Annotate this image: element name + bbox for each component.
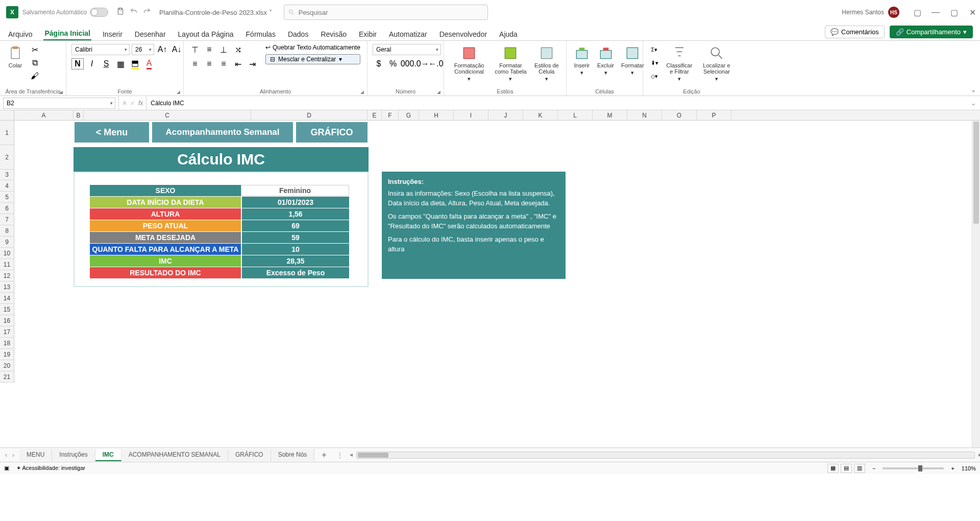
zoom-in-icon[interactable]: +: [951, 465, 954, 471]
avatar[interactable]: HS: [888, 7, 899, 18]
align-top-icon[interactable]: ⊤: [189, 44, 201, 55]
data-value[interactable]: 69: [241, 220, 349, 231]
format-painter-icon[interactable]: 🖌: [29, 70, 41, 82]
sheet-tab[interactable]: Instruções: [52, 449, 95, 461]
row-header[interactable]: 15: [0, 304, 14, 315]
align-right-icon[interactable]: ≡: [217, 58, 230, 69]
increase-decimal-icon[interactable]: .0→: [415, 58, 428, 69]
row-header[interactable]: 4: [0, 180, 14, 192]
cut-icon[interactable]: ✂: [29, 44, 41, 55]
column-header[interactable]: K: [523, 110, 558, 120]
tab-help[interactable]: Ajuda: [498, 28, 519, 40]
save-icon[interactable]: [116, 7, 125, 17]
add-sheet-button[interactable]: +: [314, 451, 333, 460]
tab-view[interactable]: Exibir: [358, 28, 378, 40]
minimize-icon[interactable]: —: [931, 8, 940, 17]
close-icon[interactable]: ✕: [968, 8, 977, 17]
merge-center-button[interactable]: ⊟Mesclar e Centralizar ▾: [265, 54, 360, 64]
sheet-tab-options-icon[interactable]: ⋮: [334, 452, 346, 459]
enter-formula-icon[interactable]: ✓: [130, 100, 135, 107]
horizontal-scrollbar[interactable]: ◂ ▸: [356, 452, 975, 459]
macro-record-icon[interactable]: ▣: [4, 465, 9, 471]
cancel-formula-icon[interactable]: ✕: [122, 100, 127, 107]
data-value[interactable]: 59: [241, 232, 349, 243]
delete-cells-button[interactable]: Excluir ▾: [595, 44, 616, 77]
sheet-tab[interactable]: IMC: [95, 449, 121, 461]
increase-font-icon[interactable]: A↑: [156, 44, 168, 55]
normal-view-icon[interactable]: ▦: [827, 464, 839, 473]
insert-cells-button[interactable]: Inserir ▾: [572, 44, 592, 77]
column-header[interactable]: N: [627, 110, 662, 120]
increase-indent-icon[interactable]: ⇥: [246, 58, 258, 69]
fx-icon[interactable]: fx: [138, 100, 143, 107]
data-value[interactable]: 01/01/2023: [241, 197, 349, 208]
tab-insert[interactable]: Inserir: [102, 28, 124, 40]
tab-layout[interactable]: Layout da Página: [177, 28, 235, 40]
column-header[interactable]: C: [84, 110, 251, 120]
fill-icon[interactable]: ⬇▾: [648, 57, 660, 68]
search-input[interactable]: [284, 5, 488, 20]
decrease-font-icon[interactable]: A↓: [170, 44, 183, 55]
row-header[interactable]: 9: [0, 236, 14, 248]
zoom-level[interactable]: 110%: [962, 465, 976, 471]
data-value[interactable]: 10: [241, 244, 349, 255]
row-header[interactable]: 10: [0, 248, 14, 259]
data-value[interactable]: 28,35: [241, 255, 349, 267]
column-header[interactable]: E: [368, 110, 382, 120]
sheet-tab[interactable]: ACOMPANHAMENTO SEMANAL: [121, 449, 228, 461]
row-header[interactable]: 19: [0, 349, 14, 360]
data-value[interactable]: Excesso de Peso: [241, 267, 349, 278]
select-all-corner[interactable]: [0, 110, 14, 120]
conditional-formatting-button[interactable]: Formatação Condicional ▾: [449, 44, 489, 83]
tab-file[interactable]: Arquivo: [7, 28, 33, 40]
ribbon-mode-icon[interactable]: ▢: [913, 8, 922, 17]
font-color-icon[interactable]: A: [143, 58, 155, 69]
accessibility-status[interactable]: ✶ Acessibilidade: investigar: [16, 465, 85, 471]
row-header[interactable]: 14: [0, 293, 14, 304]
name-box[interactable]: B2: [3, 98, 115, 109]
sheet-tab[interactable]: GRÁFICO: [228, 449, 271, 461]
fill-color-icon[interactable]: ⬒: [129, 58, 141, 69]
cell-styles-button[interactable]: Estilos de Célula ▾: [532, 44, 561, 83]
clear-icon[interactable]: ◇▾: [648, 70, 660, 82]
collapse-ribbon-icon[interactable]: ⌄: [971, 86, 976, 93]
row-header[interactable]: 8: [0, 225, 14, 236]
format-as-table-button[interactable]: Formatar como Tabela ▾: [492, 44, 529, 83]
column-header[interactable]: O: [662, 110, 697, 120]
sheet-tab[interactable]: MENU: [19, 449, 52, 461]
tab-draw[interactable]: Desenhar: [134, 28, 167, 40]
comments-button[interactable]: 💬 Comentários: [825, 26, 885, 38]
column-header[interactable]: H: [419, 110, 454, 120]
column-header[interactable]: M: [593, 110, 627, 120]
row-header[interactable]: 2: [0, 145, 14, 170]
column-header[interactable]: A: [14, 110, 74, 120]
tab-developer[interactable]: Desenvolvedor: [438, 28, 488, 40]
vertical-scrollbar[interactable]: [972, 121, 980, 447]
undo-icon[interactable]: [130, 7, 138, 17]
wrap-text-button[interactable]: ↩Quebrar Texto Automaticamente: [265, 44, 360, 51]
sheet-acomp-button[interactable]: Acompanhamento Semanal: [152, 122, 293, 143]
row-header[interactable]: 12: [0, 270, 14, 281]
row-header[interactable]: 5: [0, 192, 14, 203]
row-header[interactable]: 20: [0, 360, 14, 371]
row-header[interactable]: 17: [0, 326, 14, 338]
auto-save-toggle[interactable]: [90, 8, 108, 17]
currency-icon[interactable]: $: [373, 58, 385, 69]
orientation-icon[interactable]: ⤭: [232, 44, 244, 55]
row-header[interactable]: 7: [0, 214, 14, 225]
align-left-icon[interactable]: ≡: [189, 58, 201, 69]
paste-button[interactable]: Colar: [5, 44, 26, 69]
column-header[interactable]: P: [697, 110, 731, 120]
sheet-next-icon[interactable]: ›: [12, 452, 14, 459]
zoom-out-icon[interactable]: −: [872, 465, 875, 471]
column-header[interactable]: D: [251, 110, 368, 120]
font-size-combo[interactable]: 26: [132, 44, 154, 55]
row-header[interactable]: 16: [0, 315, 14, 326]
zoom-slider[interactable]: [883, 467, 944, 469]
underline-icon[interactable]: S: [100, 58, 112, 69]
data-value[interactable]: Feminino: [241, 185, 349, 196]
copy-icon[interactable]: ⧉: [29, 57, 41, 68]
column-header[interactable]: I: [454, 110, 488, 120]
decrease-indent-icon[interactable]: ⇤: [232, 58, 244, 69]
redo-icon[interactable]: [143, 7, 151, 17]
